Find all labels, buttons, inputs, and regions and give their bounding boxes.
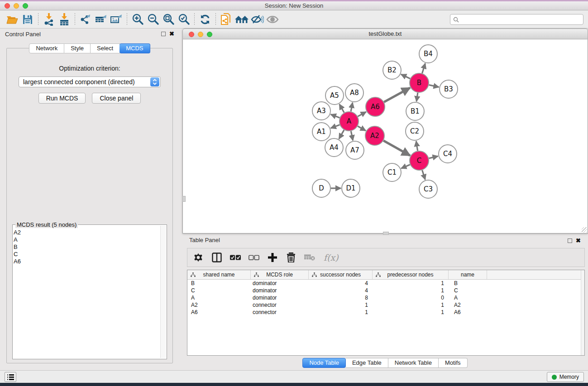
table-scrollbar[interactable] bbox=[581, 270, 584, 355]
edge-C-C4[interactable] bbox=[429, 156, 438, 158]
table-row[interactable]: Adominator80A bbox=[187, 294, 584, 301]
minimize-network-icon[interactable] bbox=[198, 32, 203, 37]
maximize-window-icon[interactable] bbox=[23, 3, 28, 9]
node-table[interactable]: shared nameMCDS rolesuccessor nodesprede… bbox=[187, 270, 585, 356]
close-panel-icon[interactable]: ✖ bbox=[169, 32, 174, 36]
table-cell[interactable]: 4 bbox=[309, 280, 373, 286]
close-network-icon[interactable] bbox=[189, 32, 194, 37]
graph-node-D[interactable]: D bbox=[312, 179, 330, 197]
network-window-titlebar[interactable]: testGlobe.txt bbox=[182, 29, 588, 39]
hide-panel-icon[interactable] bbox=[249, 12, 265, 27]
table-row[interactable]: Cdominator41C bbox=[187, 287, 584, 294]
graph-node-B3[interactable]: B3 bbox=[440, 80, 458, 98]
graph-node-A5[interactable]: A5 bbox=[325, 86, 344, 105]
app-titlebar[interactable]: Session: New Session bbox=[0, 1, 588, 10]
close-window-icon[interactable] bbox=[5, 3, 10, 9]
graph-node-A1[interactable]: A1 bbox=[312, 123, 330, 141]
table-row[interactable]: A2connector11A2 bbox=[187, 301, 584, 309]
tab-motifs[interactable]: Motifs bbox=[439, 358, 468, 368]
graph-node-D1[interactable]: D1 bbox=[342, 179, 360, 197]
table-cell[interactable]: 0 bbox=[373, 295, 449, 301]
graph-node-A2[interactable]: A2 bbox=[365, 126, 384, 145]
column-header-MCDS-role[interactable]: MCDS role bbox=[251, 270, 309, 279]
tab-network[interactable]: Network bbox=[29, 43, 64, 53]
column-header-predecessor-nodes[interactable]: predecessor nodes bbox=[373, 270, 449, 279]
tab-select[interactable]: Select bbox=[91, 43, 120, 53]
export-image-icon[interactable] bbox=[109, 12, 124, 27]
edge-A-A4[interactable] bbox=[339, 130, 344, 139]
table-cell[interactable]: 1 bbox=[309, 309, 373, 315]
edge-A-A3[interactable] bbox=[331, 114, 340, 118]
graph-node-A8[interactable]: A8 bbox=[345, 84, 363, 102]
add-column-icon[interactable] bbox=[267, 252, 278, 263]
graph-node-C4[interactable]: C4 bbox=[439, 145, 457, 163]
tab-mcds[interactable]: MCDS bbox=[120, 43, 150, 53]
table-cell[interactable]: 8 bbox=[309, 295, 373, 301]
float-table-panel-icon[interactable] bbox=[568, 238, 572, 243]
settings-gear-icon[interactable] bbox=[193, 252, 204, 263]
table-cell[interactable]: dominator bbox=[251, 287, 309, 294]
table-cell[interactable]: dominator bbox=[251, 280, 309, 286]
memory-button[interactable]: Memory bbox=[547, 372, 584, 382]
close-panel-button[interactable]: Close panel bbox=[92, 93, 141, 104]
graph-node-A[interactable]: A bbox=[339, 112, 359, 131]
edge-C-C3[interactable] bbox=[422, 170, 425, 180]
graph-node-A7[interactable]: A7 bbox=[346, 141, 364, 159]
edge-C-C1[interactable] bbox=[401, 165, 410, 169]
edge-B-B1[interactable] bbox=[416, 93, 418, 101]
table-cell[interactable]: B bbox=[449, 280, 487, 286]
result-item[interactable]: B bbox=[14, 243, 160, 251]
float-panel-icon[interactable] bbox=[161, 32, 166, 36]
network-canvas[interactable]: B4B2BB3A8A5A6B1A3AA1C2A2A4A7C4CC1C3DD1 bbox=[182, 39, 588, 234]
resize-grip-icon[interactable] bbox=[582, 227, 587, 233]
table-cell[interactable]: A2 bbox=[449, 302, 487, 308]
run-mcds-button[interactable]: Run MCDS bbox=[38, 93, 86, 104]
network-graph[interactable]: B4B2BB3A8A5A6B1A3AA1C2A2A4A7C4CC1C3DD1 bbox=[183, 39, 588, 233]
graph-node-A3[interactable]: A3 bbox=[312, 102, 330, 120]
import-table-icon[interactable] bbox=[57, 12, 72, 27]
minimize-window-icon[interactable] bbox=[14, 3, 19, 9]
search-field[interactable] bbox=[450, 14, 583, 25]
edge-A-A2[interactable] bbox=[358, 126, 366, 131]
table-cell[interactable]: 1 bbox=[309, 302, 373, 308]
close-table-panel-icon[interactable]: ✖ bbox=[576, 238, 581, 243]
tab-network-table[interactable]: Network Table bbox=[388, 358, 439, 368]
horizontal-scrollbar-thumb[interactable] bbox=[383, 232, 389, 235]
home-icon[interactable] bbox=[234, 12, 249, 27]
edge-A2-C[interactable] bbox=[383, 141, 410, 156]
table-cell[interactable]: C bbox=[187, 287, 251, 294]
edge-A-A5[interactable] bbox=[339, 104, 344, 113]
graph-node-A6[interactable]: A6 bbox=[366, 97, 385, 116]
edge-C-C2[interactable] bbox=[416, 141, 417, 151]
table-cell[interactable]: A6 bbox=[449, 309, 487, 315]
result-item[interactable]: C bbox=[14, 251, 160, 258]
graph-node-C1[interactable]: C1 bbox=[383, 163, 401, 181]
export-table-icon[interactable] bbox=[93, 12, 109, 27]
result-item[interactable]: A bbox=[14, 236, 160, 243]
table-cell[interactable]: 1 bbox=[373, 309, 449, 315]
column-header-successor-nodes[interactable]: successor nodes bbox=[309, 270, 373, 279]
edge-A-A8[interactable] bbox=[351, 103, 353, 112]
graph-node-A4[interactable]: A4 bbox=[325, 138, 343, 157]
deselect-all-checkboxes-icon[interactable] bbox=[249, 252, 259, 263]
edge-A6-B[interactable] bbox=[384, 88, 410, 102]
mcds-result-list[interactable]: A2ABCA6 bbox=[14, 227, 160, 358]
select-all-checkboxes-icon[interactable] bbox=[230, 252, 241, 263]
open-file-icon[interactable] bbox=[5, 12, 20, 27]
edge-A-A1[interactable] bbox=[331, 125, 340, 128]
tab-style[interactable]: Style bbox=[64, 43, 91, 53]
table-cell[interactable]: 1 bbox=[373, 287, 449, 294]
result-item[interactable]: A6 bbox=[14, 258, 160, 265]
table-cell[interactable]: A2 bbox=[187, 302, 251, 308]
zoom-selected-icon[interactable] bbox=[176, 12, 191, 27]
export-network-icon[interactable] bbox=[78, 12, 93, 27]
split-columns-icon[interactable] bbox=[211, 252, 222, 263]
session-file-icon[interactable] bbox=[219, 12, 234, 27]
table-cell[interactable]: C bbox=[449, 287, 487, 294]
table-cell[interactable]: 1 bbox=[373, 280, 449, 286]
criterion-dropdown[interactable]: largest connected component (directed) bbox=[19, 76, 161, 87]
result-scrollbar[interactable] bbox=[160, 226, 166, 358]
maximize-network-icon[interactable] bbox=[207, 32, 212, 37]
result-item[interactable]: A2 bbox=[14, 229, 160, 236]
table-cell[interactable]: A bbox=[187, 295, 251, 301]
